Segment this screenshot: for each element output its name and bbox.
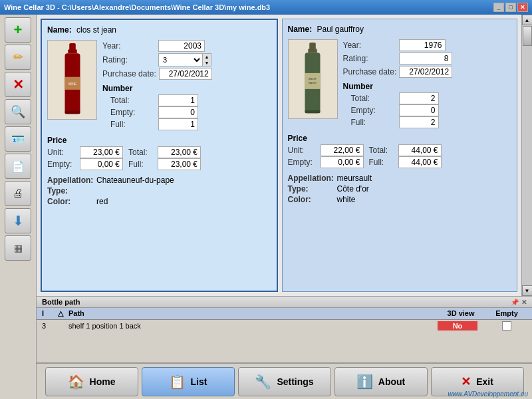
total-label-2: Total:	[343, 94, 396, 103]
main-container: + ✏ ✕ 🔍 🪪 📄 🖨 ⬇ ▦	[0, 15, 532, 399]
list-label: List	[191, 376, 207, 387]
delete-button[interactable]: ✕	[5, 72, 31, 97]
scroll-thumb[interactable]	[523, 26, 532, 46]
wine-card-2[interactable]: Name: Paul gauffroy MEUR SAULT	[282, 19, 518, 292]
wine2-year: 1976	[399, 39, 446, 51]
edit-icon: ✏	[13, 50, 23, 65]
price-header-2: Price	[288, 134, 512, 143]
empty-checkbox[interactable]	[502, 321, 511, 331]
wine2-price-rows: Unit: 22,00 € Empty: 0,00 € To	[288, 144, 512, 168]
empty-label-2: Empty:	[343, 106, 396, 115]
website-badge: www.AVDeveloppement.eu	[448, 390, 528, 398]
wine2-rating: 8	[399, 53, 452, 65]
wine2-color: white	[337, 195, 356, 204]
bottle-path-header: Bottle path 📌 ✕	[37, 297, 532, 308]
empty-price-label-1: Empty:	[47, 160, 77, 169]
title-bar: Wine Cellar 3D - C:\Users\Alexandre\Docu…	[0, 0, 532, 15]
about-button[interactable]: ℹ️ About	[334, 367, 428, 396]
col-path-header: Path	[68, 309, 435, 318]
path-table-header: I △ Path 3D view Empty	[37, 308, 532, 320]
window-controls: _ □ ✕	[493, 3, 528, 12]
wine1-price-left: Unit: 23,00 € Empty: 0,00 €	[47, 146, 123, 170]
wine2-bottom: Appellation: meursault Type: Côte d'or C…	[288, 174, 512, 204]
maximize-button[interactable]: □	[505, 3, 516, 12]
svg-text:WINE: WINE	[68, 82, 76, 86]
empty-label-1: Empty:	[102, 108, 156, 117]
path-row-3d: No	[438, 321, 484, 331]
wine2-image: MEUR SAULT	[288, 39, 338, 119]
col-i-header: I	[42, 309, 55, 318]
wine2-name: Paul gauffroy	[317, 25, 364, 34]
wine2-details: Year: 1976 Rating: 8 Purchase date: 27/0…	[343, 39, 512, 128]
minimize-button[interactable]: _	[493, 3, 504, 12]
home-button[interactable]: 🏠 Home	[45, 367, 138, 396]
settings-button[interactable]: 🔧 Settings	[238, 367, 331, 396]
svg-text:SAULT: SAULT	[309, 82, 317, 84]
wine1-empty-price: 0,00 €	[80, 158, 123, 170]
svg-rect-1	[68, 49, 76, 53]
total-price-label-2: Total:	[369, 146, 396, 155]
wine1-empty-row: Empty: 0	[102, 106, 271, 118]
bottle-svg-2: MEUR SAULT	[299, 41, 326, 118]
svg-rect-5	[65, 110, 80, 114]
name-label-2: Name:	[288, 25, 315, 34]
grid-button[interactable]: ▦	[5, 235, 31, 261]
home-icon: 🏠	[68, 374, 84, 390]
wine2-empty-price: 0,00 €	[321, 156, 364, 168]
wine2-date-row: Purchase date: 27/02/2012	[343, 66, 512, 78]
wine1-header: Name: clos st jean	[47, 25, 271, 35]
wine1-name: clos st jean	[76, 25, 116, 35]
name-label-1: Name:	[47, 25, 74, 35]
search-button[interactable]: 🔍	[5, 99, 31, 124]
type-label-1: Type:	[47, 186, 94, 196]
print-button[interactable]: 🖨	[5, 181, 31, 206]
wine2-date: 27/02/2012	[399, 66, 452, 78]
col-empty-header: Empty	[487, 309, 527, 318]
number-header-2: Number	[343, 82, 512, 91]
wine2-price: Price Unit: 22,00 € Empty: 0,00 €	[288, 134, 512, 168]
file-icon: 📄	[11, 160, 25, 173]
wines-area: Name: clos st jean WINE	[37, 15, 532, 296]
add-button[interactable]: +	[5, 17, 31, 43]
close-button[interactable]: ✕	[517, 3, 528, 12]
wine1-price-right: Total: 23,00 € Full: 23,00 €	[128, 146, 201, 170]
rating-up-1[interactable]: ▲	[203, 54, 211, 60]
scroll-down-button[interactable]: ▼	[522, 285, 533, 296]
wine1-full-row: Full: 1	[102, 118, 271, 130]
col-3d-header: 3D view	[438, 309, 484, 318]
settings-label: Settings	[277, 376, 313, 387]
wine2-type: Côte d'or	[337, 184, 369, 194]
wine1-rating-select[interactable]: 3	[159, 55, 202, 65]
pin-icon[interactable]: 📌	[511, 299, 519, 306]
empty-price-label-2: Empty:	[288, 158, 318, 167]
list-button[interactable]: 📋 List	[142, 367, 235, 396]
wine-card-1[interactable]: Name: clos st jean WINE	[41, 19, 278, 292]
scroll-up-button[interactable]: ▲	[522, 15, 533, 25]
wine2-unit: 22,00 €	[321, 144, 364, 156]
wine1-price-rows: Unit: 23,00 € Empty: 0,00 € To	[47, 146, 271, 170]
full-label-2: Full:	[343, 118, 396, 127]
card-button[interactable]: 🪪	[5, 126, 31, 152]
wine1-rating-row: Rating: 3 ▲ ▼	[102, 53, 271, 66]
wine2-full: 2	[399, 116, 439, 128]
color-label-1: Color:	[47, 197, 94, 206]
about-label: About	[378, 376, 405, 387]
edit-button[interactable]: ✏	[5, 45, 31, 70]
year-label-2: Year:	[343, 41, 396, 50]
path-close-icon[interactable]: ✕	[521, 299, 527, 306]
wine1-rating-field[interactable]: 3 ▲ ▼	[158, 53, 211, 66]
bottle-path-title: Bottle path	[42, 298, 80, 306]
wine1-year: 2003	[158, 40, 205, 52]
year-label-1: Year:	[102, 41, 156, 51]
wine2-price-left: Unit: 22,00 € Empty: 0,00 €	[288, 144, 364, 168]
rating-down-1[interactable]: ▼	[203, 60, 211, 66]
exit-label: Exit	[476, 376, 493, 387]
file-button[interactable]: 📄	[5, 154, 31, 179]
path-row-i: 3	[42, 322, 55, 330]
import-button[interactable]: ⬇	[5, 208, 31, 233]
wine1-total: 1	[158, 94, 198, 106]
path-row-path: shelf 1 position 1 back	[68, 322, 435, 330]
scrollbar: ▲ ▼	[521, 15, 532, 296]
add-icon: +	[14, 21, 23, 39]
scroll-track[interactable]	[522, 25, 533, 285]
